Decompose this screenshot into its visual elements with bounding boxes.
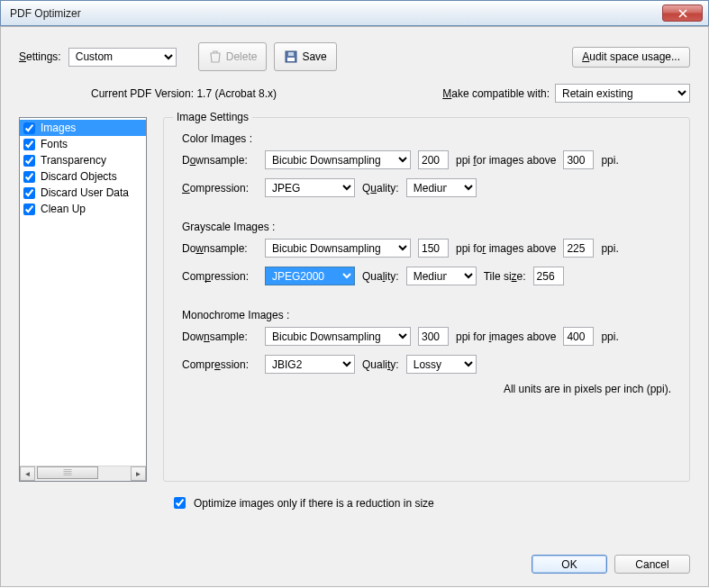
sidebar-label: Discard Objects: [41, 170, 117, 183]
cancel-button[interactable]: Cancel: [614, 555, 690, 574]
sidebar-check-discard-user-data[interactable]: [23, 187, 35, 199]
optimize-checkbox[interactable]: [174, 497, 186, 509]
save-button[interactable]: Save: [274, 42, 336, 71]
mono-compression-select[interactable]: JBIG2: [265, 355, 355, 374]
gray-compression-label: Compression:: [182, 270, 258, 283]
color-quality-label: Quality:: [362, 182, 399, 194]
mono-downsample-label: Downsample:: [182, 330, 258, 343]
sidebar-item-transparency[interactable]: Transparency: [20, 152, 146, 168]
mono-quality-label: Quality:: [362, 358, 399, 371]
svg-rect-2: [288, 52, 294, 56]
sidebar-label: Images: [41, 122, 76, 134]
gray-tile-label: Tile size:: [484, 270, 526, 283]
sidebar-item-discard-user-data[interactable]: Discard User Data: [20, 185, 146, 201]
sidebar-scrollbar[interactable]: ◄ ►: [20, 466, 146, 481]
scroll-track[interactable]: [35, 466, 131, 481]
mono-ppi-input[interactable]: [418, 327, 449, 346]
gray-above-input[interactable]: [563, 239, 594, 258]
sidebar-label: Fonts: [41, 138, 68, 150]
mono-quality-select[interactable]: Lossy: [406, 355, 477, 374]
close-button[interactable]: [662, 5, 703, 22]
current-version-label: Current PDF Version: 1.7 (Acrobat 8.x): [91, 87, 277, 100]
gray-downsample-label: Downsample:: [182, 242, 258, 255]
color-ppi-input[interactable]: [418, 150, 449, 169]
sidebar-check-images[interactable]: [23, 122, 35, 134]
optimize-row: Optimize images only if there is a reduc…: [170, 494, 690, 511]
gray-tile-input[interactable]: [533, 267, 564, 285]
color-downsample-label: Downsample:: [182, 154, 258, 167]
floppy-icon: [284, 50, 298, 64]
scroll-thumb[interactable]: [37, 466, 98, 479]
delete-button: Delete: [198, 42, 268, 71]
scroll-left-arrow[interactable]: ◄: [20, 466, 35, 481]
window-title: PDF Optimizer: [10, 7, 662, 20]
sidebar-label: Transparency: [41, 154, 106, 167]
sidebar-item-fonts[interactable]: Fonts: [20, 136, 146, 152]
color-quality-select[interactable]: Medium: [406, 178, 477, 197]
gray-downsample-select[interactable]: Bicubic Downsampling to: [265, 239, 411, 258]
ppi-note: All units are in pixels per inch (ppi).: [182, 383, 671, 395]
compat-label: Make compatible with:: [442, 87, 550, 100]
ppi-suffix: ppi.: [601, 154, 618, 167]
title-bar: PDF Optimizer: [0, 0, 709, 26]
sidebar-label: Clean Up: [41, 203, 86, 215]
sidebar-check-discard-objects[interactable]: [23, 171, 35, 183]
gray-quality-label: Quality:: [362, 270, 399, 283]
mono-compression-label: Compression:: [182, 358, 258, 371]
category-sidebar: Images Fonts Transparency Discard Object…: [19, 117, 147, 482]
trash-icon: [208, 50, 223, 64]
sidebar-item-discard-objects[interactable]: Discard Objects: [20, 168, 146, 185]
sidebar-check-transparency[interactable]: [23, 155, 35, 167]
gray-quality-select[interactable]: Medium: [406, 267, 477, 285]
color-compression-select[interactable]: JPEG: [265, 178, 355, 197]
compat-select[interactable]: Retain existing: [555, 84, 690, 103]
audit-button[interactable]: Audit space usage...: [572, 47, 690, 68]
sidebar-item-images[interactable]: Images: [20, 120, 146, 136]
color-images-title: Color Images :: [182, 132, 671, 145]
image-settings-panel: Image Settings Color Images : Downsample…: [163, 117, 690, 482]
gray-ppi-input[interactable]: [418, 239, 449, 258]
color-compression-label: Compression:: [182, 182, 258, 194]
scroll-right-arrow[interactable]: ►: [131, 466, 146, 481]
color-above-input[interactable]: [563, 150, 594, 169]
panel-legend: Image Settings: [173, 111, 252, 123]
settings-select[interactable]: Custom: [68, 48, 177, 67]
ppi-suffix: ppi.: [601, 242, 618, 255]
toolbar-row: Settings: Custom Delete Save Audit space…: [19, 42, 690, 71]
mono-images-title: Monochrome Images :: [182, 309, 671, 321]
dialog-footer: OK Cancel: [532, 555, 690, 574]
gray-images-title: Grayscale Images :: [182, 221, 671, 233]
color-downsample-select[interactable]: Bicubic Downsampling to: [265, 150, 411, 169]
ok-button[interactable]: OK: [532, 555, 607, 574]
gray-compression-select[interactable]: JPEG2000: [265, 267, 355, 285]
mono-above-label: ppi for images above: [456, 330, 556, 343]
category-list: Images Fonts Transparency Discard Object…: [20, 118, 146, 466]
dialog-body: Settings: Custom Delete Save Audit space…: [0, 26, 709, 587]
svg-rect-1: [287, 58, 295, 61]
mono-above-input[interactable]: [563, 327, 594, 346]
optimize-label: Optimize images only if there is a reduc…: [194, 497, 434, 510]
version-row: Current PDF Version: 1.7 (Acrobat 8.x) M…: [19, 84, 690, 103]
ppi-suffix: ppi.: [601, 330, 618, 343]
close-icon: [678, 9, 687, 18]
sidebar-label: Discard User Data: [41, 186, 129, 199]
sidebar-item-clean-up[interactable]: Clean Up: [20, 201, 146, 217]
sidebar-check-fonts[interactable]: [23, 139, 35, 150]
mono-downsample-select[interactable]: Bicubic Downsampling to: [265, 327, 411, 346]
settings-label: Settings:: [19, 50, 61, 63]
gray-above-label: ppi for images above: [456, 242, 556, 255]
sidebar-check-clean-up[interactable]: [23, 204, 35, 215]
color-above-label: ppi for images above: [456, 154, 556, 167]
